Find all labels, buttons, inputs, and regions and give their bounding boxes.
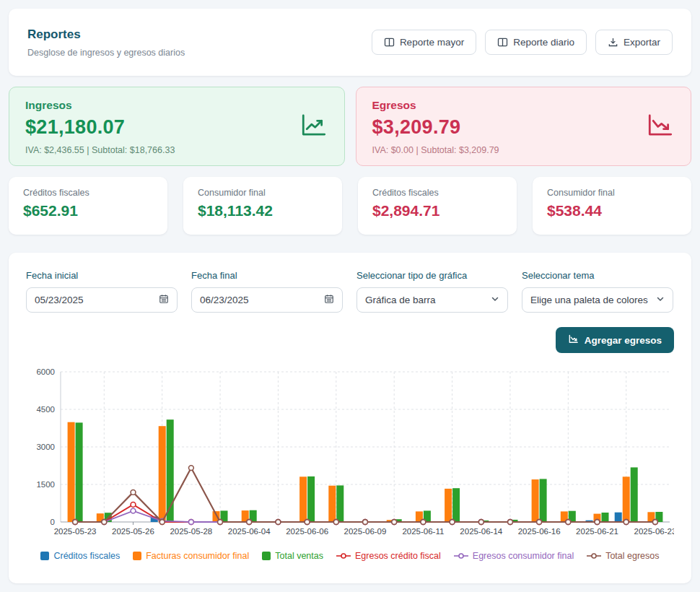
- ingresos-title: Ingresos: [25, 99, 328, 112]
- end-date-input[interactable]: [200, 295, 301, 305]
- reporte-diario-button[interactable]: Reporte diario: [485, 30, 587, 55]
- svg-text:2025-06-11: 2025-06-11: [402, 527, 444, 536]
- svg-text:2025-06-21: 2025-06-21: [576, 527, 618, 536]
- mini-value: $538.44: [547, 202, 677, 219]
- legend-label: Créditos fiscales: [53, 551, 120, 561]
- egresos-creditos-fiscales-card: Créditos fiscales $2,894.71: [358, 177, 517, 235]
- legend-label: Egresos crédito fiscal: [355, 551, 441, 561]
- totals-row: Ingresos $21,180.07 IVA: $2,436.55 | Sub…: [9, 87, 691, 166]
- egresos-iva-subtotal: IVA: $0.00 | Subtotal: $3,209.79: [372, 145, 675, 155]
- svg-text:2025-06-16: 2025-06-16: [518, 527, 561, 536]
- svg-text:2025-05-23: 2025-05-23: [54, 527, 97, 536]
- page-title: Reportes: [27, 27, 185, 42]
- legend-line-marker-icon: [336, 552, 351, 560]
- breakdown-row: Créditos fiscales $652.91 Consumidor fin…: [9, 177, 691, 235]
- ingresos-consumidor-final-card: Consumidor final $18,113.42: [183, 177, 342, 235]
- chevron-down-icon: [656, 295, 665, 305]
- trend-up-icon: [299, 112, 328, 141]
- legend-item-egresos-consumidor-final[interactable]: Egresos consumidor final: [454, 551, 574, 561]
- mini-label: Consumidor final: [547, 188, 677, 198]
- agregar-egresos-button[interactable]: Agregar egresos: [556, 327, 674, 353]
- legend-label: Total egresos: [605, 551, 659, 561]
- egresos-consumidor-final-card: Consumidor final $538.44: [533, 177, 691, 235]
- legend-item-total-ventas[interactable]: Total ventas: [262, 551, 323, 561]
- svg-text:2025-05-28: 2025-05-28: [170, 527, 212, 536]
- legend-line-marker-icon: [454, 552, 468, 560]
- chart-type-label: Seleccionar tipo de gráfica: [356, 270, 508, 281]
- svg-text:3000: 3000: [36, 443, 55, 451]
- header-card: Reportes Desglose de ingresos y egresos …: [9, 9, 691, 76]
- reporte-mayor-label: Reporte mayor: [400, 37, 464, 48]
- legend-item-cr-ditos-fiscales[interactable]: Créditos fiscales: [40, 551, 120, 561]
- legend-label: Total ventas: [275, 551, 323, 561]
- header-titles: Reportes Desglose de ingresos y egresos …: [27, 27, 185, 58]
- mini-value: $18,113.42: [198, 202, 328, 219]
- ingresos-creditos-fiscales-card: Créditos fiscales $652.91: [9, 177, 167, 235]
- legend-label: Egresos consumidor final: [473, 551, 574, 561]
- chart-type-field-group: Seleccionar tipo de gráfica Gráfica de b…: [356, 270, 508, 313]
- svg-text:2025-06-06: 2025-06-06: [286, 527, 328, 536]
- exportar-label: Exportar: [624, 37, 660, 48]
- action-row: Agregar egresos: [26, 327, 674, 353]
- legend-swatch-icon: [133, 552, 141, 560]
- report-panel: Fecha inicial Fecha final: [9, 253, 691, 583]
- start-date-label: Fecha inicial: [26, 270, 178, 281]
- theme-label: Seleccionar tema: [522, 270, 673, 281]
- download-icon: [608, 37, 618, 48]
- end-date-input-box[interactable]: [191, 287, 343, 313]
- chart-legend: Créditos fiscalesFacturas consumidor fin…: [26, 551, 674, 561]
- end-date-field-group: Fecha final: [191, 270, 343, 313]
- mini-label: Créditos fiscales: [23, 188, 153, 198]
- chart-canvas: 015003000450060002025-05-232025-05-26202…: [26, 365, 674, 547]
- page-subtitle: Desglose de ingresos y egresos diarios: [27, 48, 185, 58]
- chart-type-value: Gráfica de barra: [365, 295, 436, 305]
- egresos-card: Egresos $3,209.79 IVA: $0.00 | Subtotal:…: [356, 87, 692, 166]
- reporte-diario-label: Reporte diario: [513, 37, 574, 48]
- agregar-egresos-label: Agregar egresos: [585, 335, 662, 346]
- svg-text:1500: 1500: [36, 480, 55, 489]
- calendar-icon[interactable]: [159, 294, 169, 306]
- book-open-icon: [497, 37, 508, 48]
- chart-type-select[interactable]: Gráfica de barra: [356, 287, 508, 313]
- exportar-button[interactable]: Exportar: [595, 30, 673, 55]
- legend-item-facturas-consumidor-final[interactable]: Facturas consumidor final: [133, 551, 249, 561]
- theme-field-group: Seleccionar tema Elige una paleta de col…: [522, 270, 673, 313]
- header-actions: Reporte mayor Reporte diario Exportar: [372, 30, 673, 55]
- start-date-input[interactable]: [35, 295, 136, 305]
- ingresos-card: Ingresos $21,180.07 IVA: $2,436.55 | Sub…: [9, 87, 345, 166]
- mini-label: Consumidor final: [198, 188, 328, 198]
- legend-item-total-egresos[interactable]: Total egresos: [587, 551, 659, 561]
- legend-line-marker-icon: [587, 552, 601, 560]
- daily-report-chart: 015003000450060002025-05-232025-05-26202…: [26, 365, 674, 561]
- svg-text:2025-06-09: 2025-06-09: [344, 527, 387, 536]
- reporte-mayor-button[interactable]: Reporte mayor: [372, 30, 476, 55]
- ingresos-amount: $21,180.07: [25, 116, 328, 139]
- chart-down-icon: [568, 334, 579, 347]
- book-open-icon: [384, 37, 395, 48]
- svg-text:2025-06-04: 2025-06-04: [228, 527, 271, 536]
- legend-swatch-icon: [262, 552, 271, 560]
- theme-select[interactable]: Elige una paleta de colores: [522, 287, 673, 313]
- svg-text:4500: 4500: [36, 405, 55, 414]
- mini-label: Créditos fiscales: [372, 188, 502, 198]
- filters-row: Fecha inicial Fecha final: [26, 270, 674, 313]
- mini-value: $652.91: [23, 202, 153, 219]
- chevron-down-icon: [491, 295, 499, 305]
- svg-text:2025-05-26: 2025-05-26: [112, 527, 154, 536]
- legend-label: Facturas consumidor final: [146, 551, 249, 561]
- svg-text:0: 0: [51, 518, 55, 526]
- svg-text:2025-06-14: 2025-06-14: [460, 527, 502, 536]
- legend-item-egresos-cr-dito-fiscal[interactable]: Egresos crédito fiscal: [336, 551, 441, 561]
- svg-text:6000: 6000: [36, 367, 55, 376]
- svg-text:2025-06-23: 2025-06-23: [634, 527, 674, 536]
- trend-down-icon: [646, 112, 675, 141]
- egresos-title: Egresos: [372, 99, 675, 112]
- start-date-input-box[interactable]: [26, 287, 178, 313]
- legend-swatch-icon: [40, 552, 49, 560]
- ingresos-iva-subtotal: IVA: $2,436.55 | Subtotal: $18,766.33: [25, 145, 328, 155]
- theme-value: Elige una paleta de colores: [530, 295, 648, 305]
- mini-value: $2,894.71: [372, 202, 502, 219]
- egresos-amount: $3,209.79: [372, 116, 675, 139]
- calendar-icon[interactable]: [324, 294, 334, 306]
- start-date-field-group: Fecha inicial: [26, 270, 178, 313]
